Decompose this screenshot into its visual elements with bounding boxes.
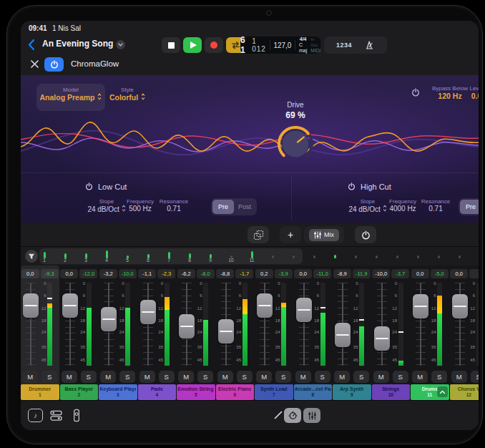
plugins-icon[interactable] xyxy=(49,409,63,422)
paste-regions-button[interactable] xyxy=(248,226,269,243)
close-icon[interactable] xyxy=(30,59,39,69)
solo-button[interactable]: S xyxy=(353,371,369,383)
level-readout[interactable]: -10,0 xyxy=(119,269,137,278)
track-name[interactable]: Drums11 xyxy=(411,384,449,400)
level-readout[interactable]: -3,7 xyxy=(391,269,409,278)
level-readout[interactable] xyxy=(469,269,479,278)
mute-button[interactable]: M xyxy=(62,371,77,383)
fader-handle[interactable] xyxy=(413,294,428,318)
high-cut-power-icon[interactable] xyxy=(348,182,356,190)
mute-button[interactable]: M xyxy=(217,371,233,383)
mute-button[interactable]: M xyxy=(373,371,389,383)
track-name[interactable]: Chorus V12 xyxy=(450,384,479,400)
mute-button[interactable]: M xyxy=(100,371,116,383)
fader-panel-icon[interactable] xyxy=(71,409,82,422)
collapse-stack-button[interactable] xyxy=(437,386,448,397)
song-title[interactable]: An Evening Song xyxy=(42,39,113,49)
mute-button[interactable]: M xyxy=(139,371,155,383)
solo-button[interactable]: S xyxy=(81,371,97,383)
track-name[interactable]: Electric Piano6 xyxy=(216,384,255,400)
mute-button[interactable]: M xyxy=(22,371,38,383)
browser-loops-icon[interactable]: ♪ xyxy=(28,409,43,422)
high-cut-resonance[interactable]: Resonance 0.71 xyxy=(407,198,464,213)
level-readout[interactable]: -11,9 xyxy=(353,269,371,278)
fader-handle[interactable] xyxy=(101,307,117,331)
solo-button[interactable]: S xyxy=(159,371,175,383)
track-name[interactable]: Keyboard Player3 xyxy=(99,384,137,400)
filter-tracks-button[interactable] xyxy=(25,250,38,263)
fader-handle[interactable] xyxy=(218,319,234,344)
level-readout[interactable]: -1,7 xyxy=(235,269,253,278)
solo-button[interactable]: S xyxy=(197,371,213,383)
mute-button[interactable]: M xyxy=(256,371,272,383)
mute-button[interactable]: M xyxy=(295,371,311,383)
mute-button[interactable]: M xyxy=(178,371,194,383)
add-track-button[interactable]: + xyxy=(280,226,301,243)
level-readout[interactable]: -11,0 xyxy=(313,269,331,278)
count-in-button[interactable]: 1234 xyxy=(336,42,352,49)
mixer-view-button[interactable] xyxy=(303,408,320,423)
mute-button[interactable]: M xyxy=(412,371,428,383)
level-readout[interactable]: -12,0 xyxy=(79,269,97,278)
solo-button[interactable]: S xyxy=(431,371,447,383)
style-selector[interactable]: Style Colorful xyxy=(104,84,151,111)
pre-button[interactable]: Pre xyxy=(460,200,479,214)
bypass-power-icon[interactable] xyxy=(411,88,420,97)
track-name[interactable]: Synth Lead7 xyxy=(255,384,293,400)
fader-handle[interactable] xyxy=(23,293,39,318)
fader-handle[interactable] xyxy=(257,293,273,318)
volume-readout[interactable]: -1,1 xyxy=(138,269,156,278)
fader-handle[interactable] xyxy=(140,300,156,324)
mute-button[interactable]: M xyxy=(334,371,350,383)
track-name[interactable]: Arcade...eet Pad8 xyxy=(294,384,333,400)
volume-readout[interactable]: -8,9 xyxy=(333,269,351,278)
fader-handle[interactable] xyxy=(335,323,351,347)
record-button[interactable] xyxy=(205,37,223,53)
track-name[interactable]: Arp Synth9 xyxy=(333,384,371,400)
level-readout[interactable]: -5,0 xyxy=(431,269,449,278)
solo-button[interactable]: S xyxy=(41,371,57,383)
track-name[interactable]: Pads4 xyxy=(138,384,177,400)
volume-readout[interactable]: 0,0 xyxy=(294,269,312,278)
controls-view-button[interactable] xyxy=(284,408,301,423)
stop-button[interactable] xyxy=(162,37,180,53)
low-cut-power-icon[interactable] xyxy=(85,182,93,190)
solo-button[interactable]: S xyxy=(119,371,135,383)
drive-knob[interactable] xyxy=(275,124,315,164)
back-chevron-icon[interactable] xyxy=(27,39,35,51)
pre-button[interactable]: Pre xyxy=(212,200,234,214)
level-readout[interactable]: -9,3 xyxy=(41,269,59,278)
volume-readout[interactable]: -6,2 xyxy=(177,269,195,278)
volume-readout[interactable]: -3,2 xyxy=(99,269,117,278)
pencil-icon[interactable] xyxy=(273,409,284,421)
song-menu-chevron-icon[interactable] xyxy=(116,40,125,49)
mixer-power-button[interactable] xyxy=(355,226,376,243)
play-button[interactable] xyxy=(183,37,202,53)
fader-handle[interactable] xyxy=(179,314,195,339)
fader-handle[interactable] xyxy=(62,293,78,318)
volume-readout[interactable]: 0,2 xyxy=(255,269,273,278)
plugin-power-button[interactable] xyxy=(44,57,64,72)
volume-readout[interactable]: 0,0 xyxy=(21,269,39,278)
lcd-display[interactable]: 6 1 1 012 127,0 4/4 C maj In Out MI xyxy=(240,36,320,54)
volume-readout[interactable]: 0,0 xyxy=(411,269,429,278)
level-readout[interactable]: -3,9 xyxy=(275,269,293,278)
volume-readout[interactable]: 0,0 xyxy=(450,269,468,278)
level-control[interactable]: Level 0.0 xyxy=(459,85,479,100)
volume-readout[interactable]: -10,0 xyxy=(372,269,390,278)
track-name[interactable]: Bass Player2 xyxy=(60,384,99,400)
mute-button[interactable]: M xyxy=(451,371,467,383)
track-name[interactable]: Emotion Strings5 xyxy=(177,384,215,400)
volume-readout[interactable]: -8,8 xyxy=(216,269,234,278)
solo-button[interactable]: S xyxy=(275,371,291,383)
solo-button[interactable]: S xyxy=(471,371,479,383)
low-cut-resonance[interactable]: Resonance 0.71 xyxy=(145,198,202,213)
post-button[interactable]: Post xyxy=(234,200,255,214)
fader-handle[interactable] xyxy=(374,326,390,351)
metronome-icon[interactable] xyxy=(364,40,375,50)
track-name[interactable]: Drummer1 xyxy=(21,384,59,400)
mix-toggle[interactable]: Mix xyxy=(304,226,344,243)
fader-handle[interactable] xyxy=(452,294,468,318)
level-readout[interactable]: -2,3 xyxy=(157,269,175,278)
model-selector[interactable]: Model Analog Preamp xyxy=(36,84,105,111)
